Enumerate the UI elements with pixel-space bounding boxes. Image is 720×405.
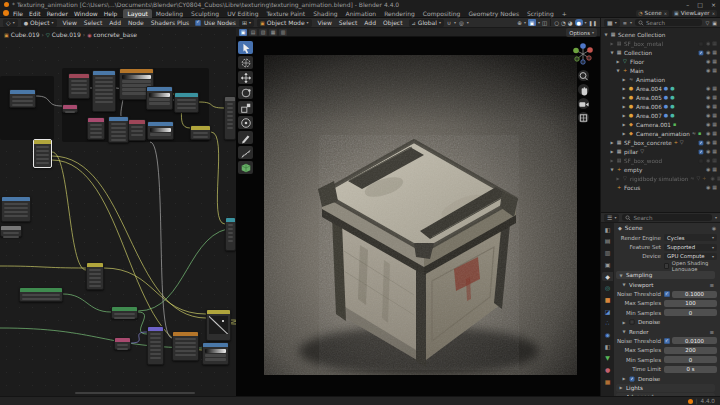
tool-measure[interactable] <box>238 146 253 159</box>
use-nodes-checkbox[interactable]: ✓ <box>195 20 201 26</box>
viewport-mode-icon-2[interactable]: ▧ <box>259 29 267 36</box>
property-value-field[interactable]: 0.1000 <box>672 291 717 298</box>
workspace-tab-layout[interactable]: Layout <box>123 9 151 18</box>
hide-eye-icon[interactable]: ◉ <box>706 149 710 154</box>
exclude-checkbox[interactable]: ✓ <box>698 140 703 145</box>
property-value-field[interactable]: 0.0100 <box>672 337 717 344</box>
shader-node[interactable] <box>190 125 211 140</box>
shading-solid-icon[interactable]: ◔ <box>561 20 566 26</box>
properties-tab-material[interactable]: ● <box>602 365 613 375</box>
shader-menu-select[interactable]: Select <box>81 19 106 26</box>
expand-icon[interactable]: ▶ <box>616 176 620 181</box>
outliner-item-name[interactable]: pillar <box>624 149 638 155</box>
expand-icon[interactable]: ▼ <box>610 167 614 172</box>
viewport-menu-select[interactable]: Select <box>336 19 361 26</box>
outliner-item-name[interactable]: Camera.001 <box>636 122 671 128</box>
shader-node[interactable] <box>111 306 138 319</box>
menu-edit[interactable]: Edit <box>26 10 44 17</box>
outliner-item-name[interactable]: Camera_animation <box>636 131 690 137</box>
subpanel-header-denoise[interactable]: ▶Denoise <box>614 319 717 325</box>
shader-node[interactable] <box>128 119 146 141</box>
proportional-edit-icon[interactable]: ◎ <box>459 20 464 26</box>
scene-unlink-icon[interactable]: × <box>664 11 667 16</box>
hide-eye-icon[interactable]: ◉ <box>706 122 710 127</box>
property-checkbox[interactable] <box>664 263 669 269</box>
outliner-row[interactable]: ▶◆Camera_animation≈▪◉▦ <box>601 129 720 138</box>
workspace-tab-animation[interactable]: Animation <box>342 9 381 18</box>
expand-icon[interactable]: ▶ <box>610 41 614 46</box>
workspace-tab-geometry-nodes[interactable]: Geometry Nodes <box>464 9 523 18</box>
node-editor-canvas[interactable]: ▣Cube.019›▽Cube.019›◉concrete_base <box>0 28 236 396</box>
properties-search[interactable]: Search <box>622 214 712 221</box>
shader-menu-shaders-plus[interactable]: Shaders Plus <box>148 19 193 26</box>
outliner-row[interactable]: +Focus◉▦ <box>601 183 720 192</box>
snap-magnet-icon[interactable]: ∪ <box>447 20 451 26</box>
shader-node[interactable] <box>33 139 52 168</box>
outliner-row[interactable]: ▶▦pillar▽✓◉▦ <box>601 147 720 156</box>
property-value-field[interactable]: 100 <box>664 300 717 307</box>
outliner-item-name[interactable]: SF_box_wood <box>624 158 662 164</box>
outliner-item-name[interactable]: Area.004 <box>636 86 662 92</box>
property-checkbox[interactable] <box>629 320 634 325</box>
editor-type-button[interactable]: ◇▾ <box>3 19 18 27</box>
disable-render-icon[interactable]: ▦ <box>712 95 717 100</box>
exclude-checkbox[interactable] <box>698 158 703 163</box>
outliner-row[interactable]: ▶●Area.005●●◉▦ <box>601 93 720 102</box>
property-checkbox[interactable]: ✓ <box>629 376 634 381</box>
shader-menu-add[interactable]: Add <box>106 19 124 26</box>
outliner-item-name[interactable]: Animation <box>636 77 665 83</box>
shader-node[interactable] <box>114 337 131 350</box>
breadcrumb-item[interactable]: Cube.019 <box>11 31 40 38</box>
shader-node[interactable] <box>87 117 105 140</box>
outliner-row[interactable]: ▼▦Collection✓◉▦ <box>601 48 720 57</box>
shading-wireframe-icon[interactable]: ○ <box>554 20 559 26</box>
hide-eye-icon[interactable]: ◉ <box>706 167 710 172</box>
preset-menu-icon[interactable]: ≡ <box>709 282 714 288</box>
workspace-tab-rendering[interactable]: Rendering <box>380 9 419 18</box>
expand-icon[interactable]: ▶ <box>622 113 626 118</box>
shader-node[interactable] <box>147 121 174 140</box>
xray-toggle-icon[interactable]: ◫ <box>542 20 547 26</box>
outliner-item-name[interactable]: Area.005 <box>636 95 662 101</box>
menu-file[interactable]: File <box>10 10 26 17</box>
tool-transform[interactable] <box>238 116 253 129</box>
property-value-field[interactable]: 0 s <box>664 366 717 373</box>
properties-tab-world[interactable]: ◎ <box>602 283 613 293</box>
exclude-checkbox[interactable]: ✓ <box>698 149 703 154</box>
properties-tab-constraints[interactable]: ◧ <box>602 342 613 352</box>
tool-move[interactable] <box>238 71 253 84</box>
subpanel-header-viewport[interactable]: ▼Viewport≡ <box>614 282 717 288</box>
shader-node[interactable] <box>92 70 116 112</box>
editor-type-button[interactable]: ▦▾ <box>604 19 620 27</box>
horizontal-scrollbar[interactable] <box>75 392 195 394</box>
properties-tab-view-layer[interactable]: ▣ <box>602 260 613 270</box>
property-value-field[interactable]: 0 <box>664 309 717 316</box>
outliner-row[interactable]: ▶▦SF_box_metal◉▦ <box>601 39 720 48</box>
disable-render-icon[interactable]: ▦ <box>712 140 717 145</box>
disable-render-icon[interactable]: ▦ <box>712 50 717 55</box>
properties-tab-particles[interactable]: ∴ <box>602 319 613 329</box>
viewport-mode-icon-0[interactable]: ▣ <box>239 29 247 36</box>
outliner-item-name[interactable]: Focus <box>624 185 640 191</box>
maximize-button[interactable]: □ <box>697 1 703 8</box>
workspace-tab-scripting[interactable]: Scripting <box>523 9 558 18</box>
outliner-row[interactable]: ▶●Area.007●●◉▦ <box>601 111 720 120</box>
shader-menu-view[interactable]: View <box>60 19 80 26</box>
shader-node[interactable] <box>19 287 63 302</box>
outliner-search[interactable]: Search <box>635 19 703 26</box>
shader-node[interactable] <box>146 86 173 110</box>
shader-node[interactable] <box>1 196 31 222</box>
outliner-item-name[interactable]: Main <box>630 68 644 74</box>
outliner-item-name[interactable]: rigidbody simulation <box>630 176 688 182</box>
expand-icon[interactable]: ▼ <box>616 68 620 73</box>
breadcrumb-item[interactable]: Cube.019 <box>52 31 81 38</box>
properties-tab-render[interactable]: ▤ <box>602 237 613 247</box>
tool-rotate[interactable] <box>238 86 253 99</box>
outliner-row[interactable]: ▼+empty◉▦ <box>601 165 720 174</box>
disable-render-icon[interactable]: ▦ <box>712 185 717 190</box>
subpanel-header-render[interactable]: ▼Render≡ <box>614 329 717 335</box>
minimize-button[interactable]: – <box>686 1 689 8</box>
disable-render-icon[interactable]: ▦ <box>712 68 717 73</box>
viewport-canvas[interactable] <box>236 37 600 396</box>
shading-material-icon[interactable]: ◕ <box>568 20 573 26</box>
